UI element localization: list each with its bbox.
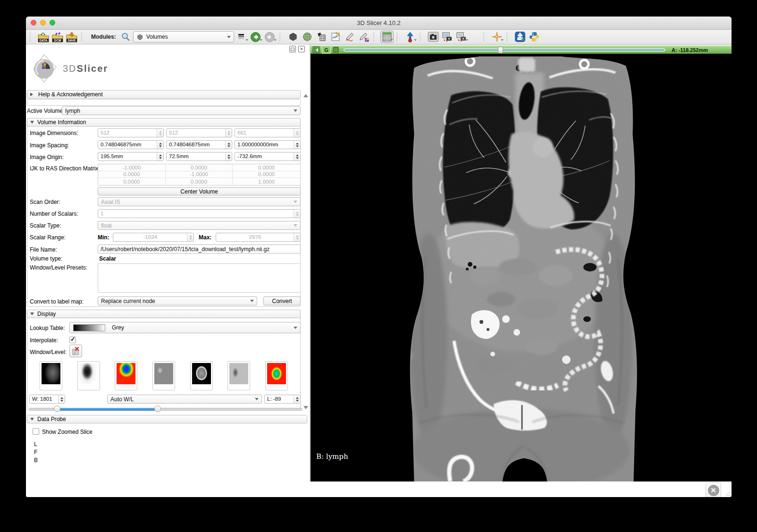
toolbar-separator	[483, 33, 488, 41]
history-back-button[interactable]	[249, 31, 262, 43]
interpolate-checkbox[interactable]	[69, 337, 76, 343]
module-selector-value: Volumes	[146, 34, 224, 40]
file-name-label: File Name:	[30, 246, 57, 253]
origin-r-spinbox[interactable]: 195.5mm	[98, 152, 164, 161]
scene-view-button[interactable]	[441, 31, 454, 43]
undock-panel-icon[interactable]	[289, 46, 296, 52]
scrollbar-up-arrow[interactable]	[303, 92, 308, 97]
slice-link-icon[interactable]	[333, 47, 339, 53]
level-spinbox[interactable]: L: -89	[264, 395, 301, 404]
coronal-slice-view[interactable]: B: lymph	[311, 54, 732, 481]
expanded-arrow-icon	[30, 121, 34, 126]
slice-offset-slider[interactable]	[344, 48, 665, 52]
save-button[interactable]: SAVE	[65, 31, 78, 43]
models-module-button[interactable]	[301, 31, 314, 43]
window-spinbox[interactable]: W: 1801	[29, 395, 65, 404]
auto-wl-combo[interactable]: Auto W/L	[107, 395, 262, 404]
load-data-button[interactable]: DATA	[37, 31, 50, 43]
app-window: 3D Slicer 4.10.2 DATA DCM	[26, 17, 732, 497]
scrollbar-down-arrow[interactable]	[303, 406, 308, 412]
convert-target-combo[interactable]: Replace current node	[98, 296, 257, 305]
wl-preset-ct-brain[interactable]	[190, 361, 213, 390]
zoom-window-button[interactable]	[50, 20, 55, 25]
scene-view-capture-button[interactable]	[455, 31, 468, 43]
spacing-i-spinbox[interactable]: 0.748046875mm	[98, 140, 164, 149]
slice-offset-handle[interactable]	[498, 47, 503, 53]
scalar-range-label: Scalar Range:	[30, 234, 66, 241]
extensions-icon	[514, 31, 526, 42]
grey-colormap-swatch	[73, 324, 105, 331]
markups-fiducial-button[interactable]	[404, 31, 417, 43]
convert-button[interactable]: Convert	[263, 296, 301, 305]
crosshair-button[interactable]	[490, 31, 504, 43]
annotations-module-button[interactable]	[329, 31, 342, 43]
history-icon	[237, 33, 246, 41]
module-history-button[interactable]	[235, 31, 248, 43]
file-name-input[interactable]: /Users/robert/notebook/2020/07/15/tcia_d…	[98, 245, 301, 253]
volume-information-header[interactable]: Volume Information	[27, 118, 301, 127]
titlebar: 3D Slicer 4.10.2	[26, 17, 732, 30]
toolbar-separator	[279, 33, 284, 41]
transforms-module-button[interactable]	[315, 31, 328, 43]
close-panel-icon[interactable]: ✕	[298, 46, 305, 52]
annotations-icon	[330, 32, 341, 42]
dicom-button[interactable]: DCM	[51, 31, 64, 43]
editor-module-button[interactable]	[343, 31, 356, 43]
module-selector-combo[interactable]: Volumes	[133, 31, 234, 42]
chevron-down-icon	[260, 39, 262, 42]
python-console-button[interactable]	[528, 31, 541, 43]
data-module-button[interactable]	[286, 31, 300, 43]
close-circle-icon: ✕	[708, 485, 719, 496]
window-level-label: Window/Level:	[30, 349, 67, 355]
layout-selector-button[interactable]	[380, 31, 394, 43]
search-icon	[121, 32, 130, 42]
scan-order-combo: Axial IS	[98, 197, 301, 206]
origin-a-spinbox[interactable]: 72.5mm	[166, 152, 232, 161]
data-probe-header[interactable]: Data Probe	[27, 415, 307, 423]
module-search-button[interactable]	[119, 31, 132, 43]
modules-label: Modules:	[91, 34, 116, 40]
data-cube-icon	[288, 32, 298, 42]
active-volume-combo[interactable]: lymph	[62, 106, 301, 115]
image-dimensions-label: Image Dimensions:	[30, 130, 78, 136]
segment-editor-module-button[interactable]	[357, 31, 370, 43]
wl-slider-handle-low[interactable]	[54, 405, 60, 412]
display-header[interactable]: Display	[27, 310, 301, 318]
wl-popup-button[interactable]	[69, 345, 82, 357]
segment-editor-icon	[359, 32, 369, 42]
help-acknowledgement-header[interactable]: Help & Acknowledgement	[27, 90, 301, 99]
wl-preset-pet-brain[interactable]	[265, 361, 288, 390]
expanded-arrow-icon	[30, 418, 34, 422]
image-spacing-label: Image Spacing:	[30, 142, 69, 149]
wl-preset-ct-head-dark[interactable]	[40, 361, 62, 390]
lookup-table-combo[interactable]: Grey	[69, 322, 301, 333]
slice-menu-pin-button[interactable]	[312, 46, 320, 53]
wl-preset-ct-lungs[interactable]	[227, 361, 250, 390]
history-forward-button[interactable]	[263, 31, 277, 43]
close-window-button[interactable]	[31, 20, 36, 25]
wl-preset-ct-abdomen[interactable]	[152, 361, 175, 390]
dim-i-spinbox: 512	[98, 128, 164, 137]
toolbar-separator	[81, 33, 85, 41]
show-zoomed-slice-label: Show Zoomed Slice	[42, 429, 93, 435]
minimize-window-button[interactable]	[40, 20, 46, 25]
spacing-j-spinbox[interactable]: 0.748046875mm	[166, 140, 232, 149]
wl-presets-list[interactable]	[98, 263, 301, 293]
resize-grip-icon[interactable]	[725, 492, 730, 497]
screenshot-button[interactable]	[427, 31, 440, 43]
models-sphere-icon	[302, 32, 312, 42]
origin-s-spinbox[interactable]: -732.6mm	[235, 152, 301, 161]
wl-preset-pet-rainbow[interactable]	[115, 361, 137, 390]
show-zoomed-slice-checkbox[interactable]	[33, 428, 39, 435]
convert-to-label-map-label: Convert to label map:	[30, 298, 84, 305]
wl-preset-ct-head-inverted[interactable]	[77, 361, 100, 390]
window-level-range-slider[interactable]	[29, 405, 302, 412]
save-icon: SAVE	[66, 31, 78, 43]
interpolate-label: Interpolate:	[30, 337, 58, 344]
spacing-k-spinbox[interactable]: 1.000000000mm	[235, 140, 301, 149]
extensions-manager-button[interactable]	[513, 31, 527, 43]
error-log-button[interactable]: ✕	[706, 482, 721, 497]
wl-slider-handle-high[interactable]	[154, 405, 161, 412]
center-volume-button[interactable]: Center Volume	[98, 187, 301, 195]
toolbar-separator	[396, 33, 401, 41]
